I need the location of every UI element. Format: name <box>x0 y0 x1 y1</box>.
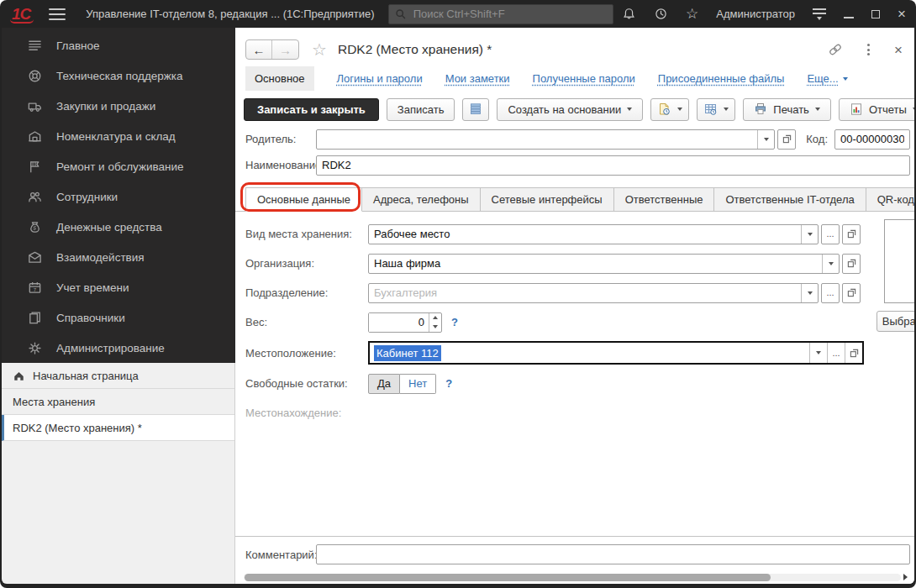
forward-button[interactable]: → <box>272 40 298 59</box>
location-open-button[interactable] <box>845 343 862 363</box>
free-rest-help-icon[interactable]: ? <box>445 377 452 390</box>
sidebar: Главное Техническая поддержка Закупки и … <box>2 28 235 584</box>
department-field[interactable] <box>368 283 819 303</box>
nav-link-notes[interactable]: Мои заметки <box>445 72 510 85</box>
parent-open-button[interactable] <box>777 129 796 150</box>
sidebar-item-catalogs[interactable]: Справочники <box>2 302 235 333</box>
storage-kind-choose-button[interactable]: ... <box>821 224 840 244</box>
sidebar-item-support[interactable]: Техническая поддержка <box>2 60 235 91</box>
weight-help-icon[interactable]: ? <box>451 316 458 328</box>
notifications-bell-icon[interactable] <box>622 7 636 21</box>
close-form-icon[interactable]: × <box>894 43 903 57</box>
tab-responsible-it[interactable]: Ответственные IT-отдела <box>714 187 866 212</box>
sidebar-item-money[interactable]: Денежные средства <box>2 212 235 242</box>
favorites-star-icon[interactable]: ☆ <box>686 7 698 21</box>
weight-spin-up[interactable] <box>429 313 441 323</box>
sidebar-item-purchases[interactable]: Закупки и продажи <box>2 91 235 121</box>
parent-combo-field[interactable] <box>316 129 775 150</box>
global-search[interactable] <box>388 4 613 24</box>
nav-link-logins[interactable]: Логины и пароли <box>337 72 423 85</box>
nav-link-more[interactable]: Еще... <box>807 72 847 85</box>
weight-input[interactable] <box>369 313 429 332</box>
organization-field[interactable] <box>368 254 840 274</box>
organization-input[interactable] <box>369 255 822 273</box>
calendar-icon: 7 <box>27 280 43 296</box>
print-button[interactable]: Печать <box>743 98 831 121</box>
back-button[interactable]: ← <box>246 40 272 59</box>
parent-input[interactable] <box>317 130 757 149</box>
more-menu-icon[interactable] <box>866 42 871 57</box>
nav-link-passwords[interactable]: Полученные пароли <box>533 72 635 85</box>
name-input[interactable] <box>316 155 910 176</box>
organization-dropdown-icon[interactable] <box>822 255 839 273</box>
sidebar-item-interactions[interactable]: Взаимодействия <box>2 242 235 272</box>
register-records-button[interactable] <box>462 98 489 121</box>
department-dropdown-icon[interactable] <box>801 284 818 302</box>
code-input[interactable] <box>834 129 910 150</box>
current-user[interactable]: Администратор <box>716 8 795 20</box>
free-rest-yes-button[interactable]: Да <box>368 374 400 394</box>
weight-field[interactable] <box>368 312 442 333</box>
scheduled-jobs-button[interactable] <box>697 98 735 121</box>
storage-kind-input[interactable] <box>369 225 801 244</box>
open-icon <box>847 288 856 297</box>
open-window-item-active[interactable]: RDK2 (Место хранения) * <box>2 415 234 441</box>
sidebar-item-repair[interactable]: Ремонт и обслуживание <box>2 151 235 181</box>
main-menu-icon[interactable] <box>49 8 66 20</box>
parent-dropdown-icon[interactable] <box>757 130 774 149</box>
save-and-close-button[interactable]: Записать и закрыть <box>244 98 379 121</box>
sidebar-item-administration[interactable]: Администрирование <box>2 333 235 363</box>
nav-link-files[interactable]: Присоединенные файлы <box>658 72 785 85</box>
department-open-button[interactable] <box>842 283 861 303</box>
department-input[interactable] <box>369 284 801 302</box>
people-icon <box>27 189 43 205</box>
parent-label: Родитель: <box>245 133 316 145</box>
create-based-on-button[interactable]: Создать на основании <box>497 98 643 121</box>
close-window-button[interactable]: × <box>898 7 906 21</box>
truck-icon <box>27 98 43 114</box>
tab-qr-code[interactable]: QR-код <box>866 187 914 212</box>
tasks-button[interactable] <box>650 98 689 121</box>
svg-text:7: 7 <box>34 286 37 291</box>
location-selected-text: Кабинет 112 <box>374 345 441 361</box>
storage-kind-open-button[interactable] <box>842 224 861 244</box>
nav-link-main[interactable]: Основное <box>245 66 314 91</box>
maximize-button[interactable] <box>871 10 880 18</box>
save-button[interactable]: Записать <box>387 98 455 121</box>
department-choose-button[interactable]: ... <box>821 283 840 303</box>
link-icon[interactable] <box>828 42 843 57</box>
sidebar-item-main[interactable]: Главное <box>2 30 235 60</box>
storage-kind-dropdown-icon[interactable] <box>801 225 818 244</box>
scrollbar-thumb[interactable] <box>245 574 771 581</box>
minimize-button[interactable] <box>844 10 854 18</box>
home-page-item[interactable]: Начальная страница <box>2 363 234 389</box>
search-input[interactable] <box>412 7 607 21</box>
tab-responsible[interactable]: Ответственные <box>614 187 715 212</box>
tab-addresses[interactable]: Адреса, телефоны <box>362 187 481 212</box>
reports-button[interactable]: Отчеты <box>839 98 914 121</box>
tab-main-data[interactable]: Основные данные <box>245 187 362 212</box>
warehouse-icon <box>27 129 43 144</box>
horizontal-scrollbar <box>244 570 908 584</box>
scroll-right-arrow[interactable] <box>903 574 908 580</box>
comment-input[interactable] <box>316 544 910 564</box>
organization-open-button[interactable] <box>842 254 861 274</box>
storage-kind-field[interactable] <box>368 224 819 244</box>
tab-network-interfaces[interactable]: Сетевые интерфейсы <box>481 187 614 212</box>
location-dropdown-icon[interactable] <box>809 343 827 363</box>
sidebar-item-employees[interactable]: Сотрудники <box>2 181 235 212</box>
choose-image-button[interactable]: Выбрать <box>877 311 914 332</box>
open-window-item[interactable]: Места хранения <box>2 389 234 415</box>
history-icon[interactable] <box>654 7 668 21</box>
tab-page-main-data: Вид места хранения: ... <box>235 212 914 537</box>
location-choose-button[interactable]: ... <box>827 343 845 363</box>
free-rest-label: Свободные остатки: <box>245 377 368 390</box>
sidebar-item-time[interactable]: 7 Учет времени <box>2 272 235 302</box>
scrollbar-track[interactable] <box>244 574 901 581</box>
add-favorite-star-icon[interactable]: ☆ <box>312 41 327 58</box>
service-menu-icon[interactable] <box>813 8 826 20</box>
location-field-focused[interactable]: Кабинет 112 ... <box>368 341 864 365</box>
free-rest-no-button[interactable]: Нет <box>400 374 436 394</box>
weight-spin-down[interactable] <box>429 323 441 332</box>
sidebar-item-stock[interactable]: Номенклатура и склад <box>2 121 235 151</box>
